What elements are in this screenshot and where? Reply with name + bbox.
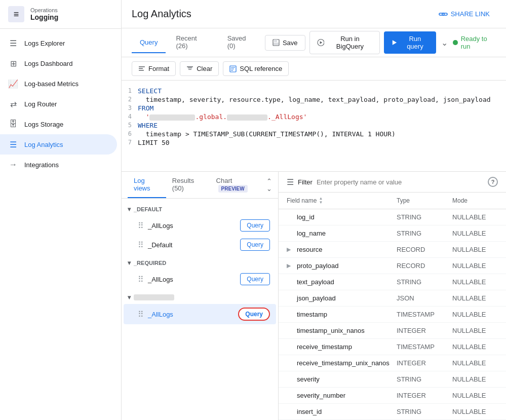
field-mode: NULLABLE xyxy=(452,327,498,334)
log-item-name: _AllLogs xyxy=(148,222,173,230)
log-based-metrics-icon: 📈 xyxy=(8,79,18,89)
query-button-default[interactable]: Query xyxy=(240,239,270,251)
expand-icon[interactable]: ▶ xyxy=(287,262,295,269)
sidebar: ≡ Operations Logging ☰ Logs Explorer ⊞ L… xyxy=(0,0,122,420)
page-title: Log Analytics xyxy=(132,8,191,20)
grid-icon: ⠿ xyxy=(138,240,144,250)
tab-actions: Save Run in BigQuery Run query ⌄ Ready t… xyxy=(265,31,496,54)
svg-rect-1 xyxy=(442,13,447,15)
run-icon xyxy=(391,39,398,46)
sort-arrows-icon: ▲▼ xyxy=(319,197,323,205)
expand-icon[interactable]: ▶ xyxy=(287,246,295,253)
line-content-3: FROM xyxy=(138,104,506,112)
sidebar-item-integrations[interactable]: → Integrations xyxy=(0,155,117,175)
field-mode: NULLABLE xyxy=(452,408,498,415)
tab-results[interactable]: Results (50) xyxy=(166,172,210,198)
query-button-custom-alllogs[interactable]: Query xyxy=(238,308,270,321)
logo-icon: ≡ xyxy=(14,9,19,20)
field-name: receive_timestamp_unix_nanos xyxy=(297,359,397,367)
schema-rows-container: log_id STRING NULLABLE log_name STRING N… xyxy=(279,209,506,420)
run-in-bigquery-button[interactable]: Run in BigQuery xyxy=(309,31,380,54)
field-type: STRING xyxy=(397,230,452,237)
field-type: RECORD xyxy=(397,246,452,253)
tab-chart[interactable]: Chart PREVIEW xyxy=(210,172,266,198)
code-line-7: 7 LIMIT 50 xyxy=(122,138,506,147)
line-num-5: 5 xyxy=(122,122,138,129)
sidebar-ops-label: Operations xyxy=(30,7,58,13)
tab-saved[interactable]: Saved (0) xyxy=(219,28,263,57)
field-type: STRING xyxy=(397,408,452,415)
chevron-down-icon: ▾ xyxy=(128,259,131,266)
table-row: log_id STRING NULLABLE xyxy=(279,209,506,225)
sidebar-item-label: Logs Dashboard xyxy=(24,60,72,67)
tab-recent[interactable]: Recent (26) xyxy=(168,28,217,57)
log-group-required-header[interactable]: ▾ _REQUIRED xyxy=(122,256,278,270)
tab-log-views[interactable]: Log views xyxy=(128,172,166,198)
field-name-sort[interactable]: Field name ▲▼ xyxy=(287,197,397,205)
log-item-required-alllogs[interactable]: ⠿ _AllLogs Query xyxy=(124,270,276,289)
filter-label: Filter xyxy=(298,178,313,186)
tab-query[interactable]: Query xyxy=(132,32,166,53)
query-button-default-alllogs[interactable]: Query xyxy=(240,219,270,232)
field-mode: NULLABLE xyxy=(452,392,498,399)
log-item-left: ⠿ _AllLogs xyxy=(138,221,173,231)
svg-rect-8 xyxy=(139,70,144,71)
table-row: json_payload JSON NULLABLE xyxy=(279,290,506,307)
dropdown-arrow-button[interactable]: ⌄ xyxy=(440,36,449,50)
code-line-6: 6 timestamp > TIMESTAMP_SUB(CURRENT_TIME… xyxy=(122,130,506,138)
clear-button[interactable]: Clear xyxy=(180,61,219,76)
sql-reference-button[interactable]: SQL reference xyxy=(223,61,289,76)
log-item-default[interactable]: ⠿ _Default Query xyxy=(124,235,276,254)
code-editor[interactable]: 1 SELECT 2 timestamp, severity, resource… xyxy=(122,81,506,172)
toolbar: Format Clear SQL reference xyxy=(122,57,506,81)
format-icon xyxy=(138,65,145,72)
code-line-3: 3 FROM xyxy=(122,104,506,112)
preview-badge: PREVIEW xyxy=(218,185,248,193)
sidebar-item-label: Logs Explorer xyxy=(24,40,65,47)
sidebar-item-log-router[interactable]: ⇄ Log Router xyxy=(0,94,117,114)
panel-expand-icon[interactable]: ⌃⌄ xyxy=(266,177,272,193)
table-row: insert_id STRING NULLABLE xyxy=(279,404,506,420)
line-content-2: timestamp, severity, resource.type, log_… xyxy=(138,96,506,103)
log-item-default-alllogs[interactable]: ⠿ _AllLogs Query xyxy=(124,216,276,235)
share-link-button[interactable]: SHARE LINK xyxy=(433,7,496,21)
svg-rect-7 xyxy=(139,68,143,69)
line-num-6: 6 xyxy=(122,130,138,137)
sidebar-item-log-based-metrics[interactable]: 📈 Log-based Metrics xyxy=(0,73,117,94)
line-num-1: 1 xyxy=(122,87,138,94)
status-indicator: Ready to run xyxy=(453,35,496,50)
field-name: json_payload xyxy=(297,294,397,302)
line-content-7: LIMIT 50 xyxy=(138,139,506,146)
line-num-3: 3 xyxy=(122,104,138,111)
log-group-default-header[interactable]: ▾ _DEFAULT xyxy=(122,203,278,216)
log-group-required: ▾ _REQUIRED ⠿ _AllLogs Query xyxy=(122,256,278,289)
sidebar-item-logs-storage[interactable]: 🗄 Logs Storage xyxy=(0,114,117,134)
sidebar-item-label: Log Router xyxy=(24,100,57,108)
grid-icon: ⠿ xyxy=(138,310,144,319)
log-group-custom: ▾ ⠿ _AllLogs Query xyxy=(122,291,278,324)
field-name: resource xyxy=(297,246,397,253)
table-row: log_name STRING NULLABLE xyxy=(279,225,506,242)
log-item-left: ⠿ _AllLogs xyxy=(138,310,173,319)
schema-filter: ☰ Filter ? xyxy=(279,172,506,193)
help-icon[interactable]: ? xyxy=(488,177,498,187)
log-router-icon: ⇄ xyxy=(8,99,18,109)
sidebar-item-log-analytics[interactable]: ☰ Log Analytics xyxy=(0,134,117,155)
query-button-required-alllogs[interactable]: Query xyxy=(240,273,270,285)
svg-rect-6 xyxy=(139,66,145,67)
main-content: Log Analytics SHARE LINK Query Recent (2… xyxy=(122,0,506,420)
field-mode: NULLABLE xyxy=(452,246,498,253)
bigquery-icon xyxy=(317,39,325,47)
sidebar-item-logs-explorer[interactable]: ☰ Logs Explorer xyxy=(0,33,117,53)
field-type: STRING xyxy=(397,375,452,383)
run-query-button[interactable]: Run query xyxy=(384,31,436,54)
table-row: severity_number INTEGER NULLABLE xyxy=(279,388,506,404)
svg-rect-4 xyxy=(274,43,279,45)
format-button[interactable]: Format xyxy=(132,61,176,76)
schema-filter-input[interactable] xyxy=(317,178,484,186)
log-item-left: ⠿ _Default xyxy=(138,240,172,250)
sidebar-item-logs-dashboard[interactable]: ⊞ Logs Dashboard xyxy=(0,53,117,73)
log-item-custom-alllogs[interactable]: ⠿ _AllLogs Query xyxy=(124,304,276,324)
save-button[interactable]: Save xyxy=(265,35,305,51)
log-group-custom-header[interactable]: ▾ xyxy=(122,291,278,304)
